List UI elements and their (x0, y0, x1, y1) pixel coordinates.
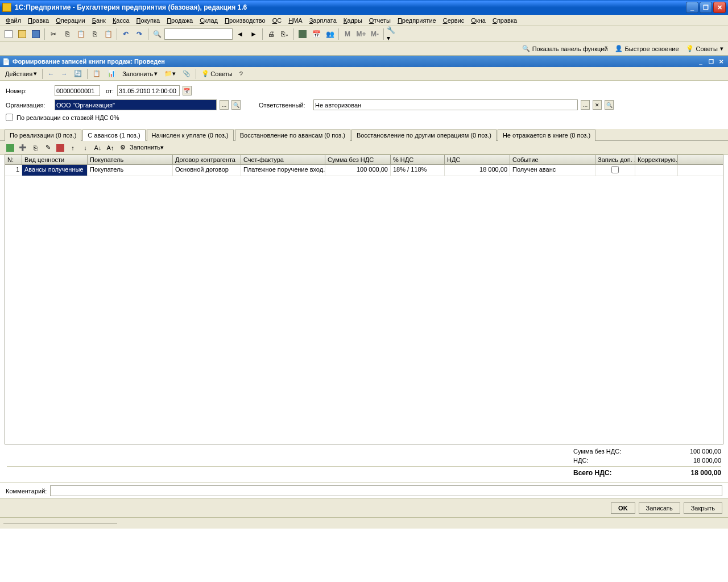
undo-button[interactable]: ↶ (119, 28, 132, 40)
nav-forward-button[interactable]: → (58, 68, 70, 80)
find-button[interactable]: 🔍 (151, 28, 163, 40)
calendar-button[interactable]: 📅 (310, 28, 322, 40)
menu-item-0[interactable]: Файл (2, 16, 24, 25)
column-header-6[interactable]: % НДС (391, 155, 445, 164)
m-minus-button[interactable]: M- (369, 28, 381, 40)
column-header-8[interactable]: Событие (510, 155, 595, 164)
close-doc-button[interactable]: Закрыть (684, 502, 722, 514)
doc-close-button[interactable]: ✕ (717, 57, 726, 65)
comment-input[interactable] (50, 485, 722, 496)
tab-4[interactable]: Восстановление по другим операциям (0 по… (351, 130, 497, 141)
tab-2[interactable]: Начислен к уплате (0 поз.) (147, 130, 234, 141)
show-panel-button[interactable]: 🔍 Показать панель функций (520, 44, 610, 53)
column-header-7[interactable]: НДС (445, 155, 510, 164)
cut-button[interactable]: ✂ (47, 28, 60, 40)
menu-item-13[interactable]: Отчеты (366, 16, 394, 25)
report-button[interactable]: 📊 (105, 68, 118, 80)
cell-0-1[interactable]: Авансы полученные (22, 165, 88, 176)
nav-back-button[interactable]: ← (45, 68, 57, 80)
grid-insert-button[interactable]: ➕ (17, 142, 28, 153)
column-header-10[interactable]: Корректирую... (635, 155, 678, 164)
cell-0-9[interactable] (595, 165, 635, 176)
column-header-0[interactable]: N: (5, 155, 22, 164)
find-next-button[interactable]: ► (247, 28, 260, 40)
column-header-3[interactable]: Договор контрагента (173, 155, 241, 164)
resp-select-button[interactable]: … (581, 100, 590, 110)
menu-item-12[interactable]: Кадры (340, 16, 366, 25)
menu-item-8[interactable]: Производство (221, 16, 269, 25)
grid-down-button[interactable]: ↓ (80, 142, 91, 153)
new-button[interactable] (2, 28, 15, 40)
cell-0-5[interactable]: 100 000,00 (325, 165, 391, 176)
menu-item-15[interactable]: Сервис (440, 16, 468, 25)
menu-item-5[interactable]: Покупка (133, 16, 164, 25)
dop-checkbox[interactable] (611, 166, 619, 173)
grid-add-button[interactable] (5, 142, 16, 153)
number-input[interactable]: 00000000001 (55, 85, 100, 96)
search-input[interactable] (164, 28, 233, 40)
copy-doc-button[interactable]: ⎘▾ (279, 28, 291, 40)
org-input[interactable]: ООО "Организация" (55, 99, 217, 110)
date-input[interactable]: 31.05.2010 12:00:00 (117, 85, 180, 96)
cell-0-2[interactable]: Покупатель (88, 165, 173, 176)
menu-item-9[interactable]: ОС (269, 16, 286, 25)
doc-help-button[interactable]: ? (237, 68, 246, 80)
cell-0-6[interactable]: 18% / 118% (391, 165, 445, 176)
find-prev-button[interactable]: ◄ (234, 28, 246, 40)
menu-item-11[interactable]: Зарплата (306, 16, 340, 25)
doc-restore-button[interactable]: ❐ (706, 57, 715, 65)
cell-0-4[interactable]: Платежное поручение вход... (241, 165, 325, 176)
quick-start-button[interactable]: 👤 Быстрое освоение (613, 44, 681, 53)
open-button[interactable] (16, 28, 28, 40)
menu-item-10[interactable]: НМА (285, 16, 305, 25)
menu-item-4[interactable]: Касса (109, 16, 133, 25)
menu-item-7[interactable]: Склад (196, 16, 221, 25)
grid-sort-desc-button[interactable]: A↑ (105, 142, 116, 153)
menu-item-6[interactable]: Продажа (163, 16, 196, 25)
minimize-button[interactable]: _ (686, 2, 698, 13)
maximize-button[interactable]: ❐ (700, 2, 712, 13)
tips-button[interactable]: 💡 Советы ▾ (684, 44, 726, 53)
org-select-button[interactable]: … (220, 100, 229, 110)
ok-button[interactable]: OK (611, 502, 635, 514)
column-header-9[interactable]: Запись доп. ... (595, 155, 635, 164)
cell-0-7[interactable]: 18 000,00 (445, 165, 510, 176)
column-header-1[interactable]: Вид ценности (22, 155, 88, 164)
menu-item-2[interactable]: Операции (52, 16, 88, 25)
column-header-2[interactable]: Покупатель (88, 155, 173, 164)
cell-0-10[interactable] (635, 165, 678, 176)
fill-button[interactable]: Заполнить▾ (119, 68, 160, 80)
grid-edit-button[interactable]: ✎ (42, 142, 53, 153)
resp-input[interactable]: Не авторизован (313, 99, 578, 110)
menu-item-3[interactable]: Банк (89, 16, 109, 25)
resp-clear-button[interactable]: ✕ (593, 100, 602, 110)
write-button[interactable]: Записать (639, 502, 680, 514)
column-header-4[interactable]: Счет-фактура (241, 155, 325, 164)
grid-fill-button[interactable]: Заполнить▾ (130, 144, 164, 151)
tab-3[interactable]: Восстановление по авансам (0 поз.) (235, 130, 350, 141)
menu-item-17[interactable]: Справка (489, 16, 520, 25)
grid-copy-button[interactable]: ⎘ (30, 142, 41, 153)
date-picker-button[interactable]: 📅 (183, 86, 192, 95)
copy2-button[interactable]: ⎘ (88, 28, 101, 40)
redo-button[interactable]: ↷ (133, 28, 146, 40)
tab-0[interactable]: По реализации (0 поз.) (5, 130, 81, 141)
m-button[interactable]: M (341, 28, 354, 40)
tab-5[interactable]: Не отражается в книге (0 поз.) (498, 130, 595, 141)
paste2-button[interactable]: 📋 (102, 28, 114, 40)
grid-sort-asc-button[interactable]: A↓ (92, 142, 104, 153)
refresh-button[interactable]: 🔄 (71, 68, 85, 80)
m-plus-button[interactable]: M+ (355, 28, 367, 40)
attach-button[interactable]: 📎 (180, 68, 193, 80)
save-button[interactable] (30, 28, 42, 40)
tools-button[interactable]: 🔧▾ (386, 28, 399, 40)
doc-tips-button[interactable]: 💡Советы (198, 68, 235, 80)
grid-delete-button[interactable] (55, 142, 66, 153)
doc-minimize-button[interactable]: _ (696, 57, 705, 65)
calc-button[interactable] (296, 28, 309, 40)
post-button[interactable]: 📋 (90, 68, 104, 80)
struct-button[interactable]: 📁▾ (162, 68, 179, 80)
close-button[interactable]: ✕ (713, 2, 726, 13)
table-row[interactable]: 1Авансы полученныеПокупательОсновной дог… (5, 165, 723, 176)
tab-1[interactable]: С авансов (1 поз.) (82, 130, 145, 141)
